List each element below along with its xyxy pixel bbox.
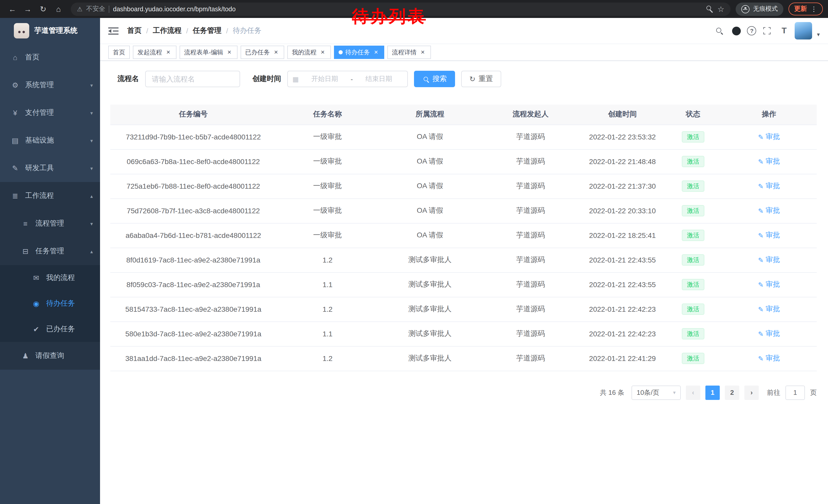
tab-item[interactable]: 流程表单-编辑 ×	[179, 46, 238, 59]
total-count: 共 16 条	[600, 388, 624, 397]
tab-close-icon[interactable]: ×	[165, 49, 172, 56]
breadcrumb-item[interactable]: 任务管理 /	[193, 26, 233, 35]
end-date-input[interactable]: 结束日期	[355, 74, 403, 84]
cell-status: 激活	[665, 223, 721, 248]
browser-menu-icon[interactable]: ⋮	[811, 5, 817, 13]
page-button-2[interactable]: 2	[725, 385, 739, 400]
breadcrumb-item[interactable]: 首页 /	[127, 26, 153, 35]
forward-icon[interactable]: →	[20, 2, 35, 16]
search-icon[interactable]	[713, 25, 726, 37]
sidebar-toggle-icon[interactable]	[108, 26, 120, 35]
sidebar-menu-item[interactable]: ✎ 研发工具	[0, 154, 100, 182]
approve-link[interactable]: ✎ 审批	[758, 329, 780, 338]
password-key-icon[interactable]	[706, 5, 714, 13]
bookmark-star-icon[interactable]: ☆	[717, 4, 724, 13]
sidebar-menu-item[interactable]: ≡ 流程管理	[0, 210, 100, 237]
approve-link[interactable]: ✎ 审批	[758, 231, 780, 240]
help-icon[interactable]: ?	[747, 26, 756, 35]
sidebar-menu-item[interactable]: ♟ 请假查询	[0, 342, 100, 370]
avatar-caret-icon[interactable]: ▾	[817, 31, 820, 38]
breadcrumb-item[interactable]: 工作流程 /	[153, 26, 193, 35]
approve-link[interactable]: ✎ 审批	[758, 132, 780, 141]
github-icon[interactable]	[730, 25, 743, 37]
tab-item[interactable]: 待办任务 ×	[334, 46, 384, 59]
sidebar-menu-item[interactable]: ◉ 待办任务	[0, 291, 100, 316]
breadcrumb-separator-icon: /	[226, 27, 228, 35]
reload-icon[interactable]: ↻	[36, 2, 50, 16]
approve-link[interactable]: ✎ 审批	[758, 305, 780, 314]
sidebar-menu-item[interactable]: ⚙ 系统管理	[0, 71, 100, 99]
fullscreen-icon[interactable]	[761, 25, 773, 37]
page-button-1[interactable]: 1	[705, 385, 720, 400]
tab-item[interactable]: 已办任务 ×	[241, 46, 284, 59]
tab-label: 我的流程	[292, 48, 317, 57]
approve-link[interactable]: ✎ 审批	[758, 157, 780, 166]
chevron-icon	[90, 221, 93, 226]
cell-action: ✎ 审批	[721, 125, 817, 149]
approve-link[interactable]: ✎ 审批	[758, 182, 780, 191]
security-label[interactable]: 不安全	[86, 5, 106, 13]
start-date-input[interactable]: 开始日期	[301, 74, 348, 84]
tab-close-icon[interactable]: ×	[273, 49, 280, 56]
approve-link[interactable]: ✎ 审批	[758, 255, 780, 265]
user-avatar[interactable]	[795, 22, 812, 40]
refresh-icon: ↻	[469, 75, 475, 83]
cell-action: ✎ 审批	[721, 272, 817, 297]
infrastructure-icon: ▤	[11, 136, 19, 145]
sidebar-menu-item[interactable]: ⌂ 首页	[0, 44, 100, 71]
page-unit-label: 页	[810, 388, 817, 397]
sidebar-menu-item[interactable]: ✔ 已办任务	[0, 316, 100, 342]
home-icon[interactable]: ⌂	[51, 2, 66, 16]
sidebar-menu-item[interactable]: ≣ 工作流程	[0, 182, 100, 210]
reset-button-label: 重置	[479, 74, 493, 84]
approve-link[interactable]: ✎ 审批	[758, 206, 780, 215]
filter-bar: 流程名 创建时间 ▦ 开始日期 - 结束日期 搜索 ↻	[118, 71, 817, 87]
tab-close-icon[interactable]: ×	[319, 49, 326, 56]
cell-created-time: 2022-01-22 20:33:10	[580, 198, 665, 223]
breadcrumb-label: 待办任务	[233, 26, 261, 35]
tab-item[interactable]: 流程详情 ×	[387, 46, 431, 59]
reset-button[interactable]: ↻ 重置	[461, 71, 501, 87]
approve-link[interactable]: ✎ 审批	[758, 280, 780, 289]
breadcrumb: 首页 / 工作流程 / 任务管理 /	[127, 26, 261, 35]
app-window: 芋道管理系统 ⌂ 首页 ⚙ 系统管理	[0, 18, 828, 504]
tab-close-icon[interactable]: ×	[226, 49, 233, 56]
search-button[interactable]: 搜索	[414, 71, 455, 87]
process-name-input[interactable]	[145, 71, 240, 87]
sidebar-menu-item[interactable]: ¥ 支付管理	[0, 99, 100, 127]
app-logo-image	[14, 23, 29, 39]
sidebar: 芋道管理系统 ⌂ 首页 ⚙ 系统管理	[0, 18, 100, 504]
status-badge: 激活	[682, 279, 704, 290]
edit-icon: ✎	[758, 158, 763, 165]
font-size-icon[interactable]: T	[778, 25, 790, 37]
update-button[interactable]: 更新 ⋮	[788, 3, 823, 15]
tab-close-icon[interactable]: ×	[372, 49, 380, 56]
breadcrumb-item[interactable]: 待办任务 /	[233, 26, 261, 35]
edit-icon: ✎	[758, 281, 763, 288]
cell-task-name: 一级审批	[276, 149, 379, 174]
next-page-button[interactable]: ›	[744, 385, 759, 400]
cell-status: 激活	[665, 149, 721, 174]
sidebar-menu-item[interactable]: ✉ 我的流程	[0, 265, 100, 291]
prev-page-button[interactable]: ‹	[686, 385, 700, 400]
tab-item[interactable]: 我的流程 ×	[287, 46, 331, 59]
edit-icon: ✎	[758, 182, 763, 190]
approve-link[interactable]: ✎ 审批	[758, 354, 780, 363]
leave-query-icon: ♟	[21, 352, 30, 360]
goto-page-input[interactable]	[785, 385, 805, 400]
tab-close-icon[interactable]: ×	[419, 49, 426, 56]
tab-item[interactable]: 首页 ×	[108, 46, 130, 59]
page-size-select[interactable]: 10条/页 ▾	[631, 385, 681, 400]
sidebar-menu-item[interactable]: ⊟ 任务管理	[0, 237, 100, 265]
security-warning-icon: ⚠	[77, 5, 83, 12]
done-task-icon: ✔	[32, 325, 41, 333]
back-icon[interactable]: ←	[5, 2, 19, 16]
table-row: 069c6a63-7b8a-11ec-8ef0-acde48001122 一级审…	[110, 149, 817, 174]
sidebar-menu-item[interactable]: ▤ 基础设施	[0, 127, 100, 154]
tab-item[interactable]: 发起流程 ×	[133, 46, 176, 59]
todo-task-table: 任务编号 任务名称 所属流程 流程发起人 创建时间 状态	[110, 104, 817, 371]
url-text[interactable]: dashboard.yudao.iocoder.cn/bpm/task/todo	[113, 5, 236, 12]
cell-status: 激活	[665, 297, 721, 321]
date-range-picker[interactable]: ▦ 开始日期 - 结束日期	[287, 71, 408, 87]
cell-action: ✎ 审批	[721, 223, 817, 248]
